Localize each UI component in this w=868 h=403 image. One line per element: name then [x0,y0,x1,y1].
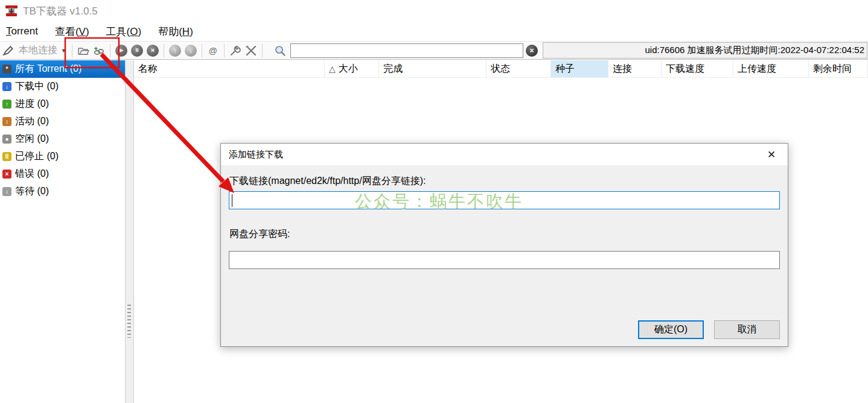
sidebar-filter-item[interactable]: ↕ 活动 (0) [0,113,125,130]
sidebar-filter-item[interactable]: II 已停止 (0) [0,148,125,165]
search-input[interactable] [290,43,523,58]
app-window: TB下载器 v1.0.5 Torrent 查看(V) 工具(O) 帮助(H) 本… [0,0,868,403]
table-column-header[interactable]: 完成 [379,60,487,77]
chevron-down-icon[interactable]: ▼ [61,48,66,54]
move-down-icon[interactable]: ↓ [185,45,197,57]
sort-ascending-icon: △ [329,64,336,74]
close-icon[interactable]: ✕ [760,146,783,163]
sidebar-filter-item[interactable]: ↓ 下载中 (0) [0,78,125,95]
table-column-header[interactable]: 种子 [551,60,608,77]
open-torrent-icon[interactable] [77,45,89,57]
text-caret [232,194,232,207]
sidebar-filter-item[interactable]: ↑ 进度 (0) [0,95,125,113]
clear-search-icon[interactable]: × [526,45,538,57]
sidebar-filter-item[interactable]: ● 空闲 (0) [0,130,125,148]
table-column-header[interactable]: 上传速度 [733,60,809,77]
search-icon [274,45,286,57]
panel-splitter[interactable] [125,60,134,403]
dialog-title: 添加链接下载 [229,149,283,160]
asterisk-icon: * [2,65,11,74]
move-up-icon[interactable]: ↑ [169,45,181,57]
download-link-label: 下载链接(magnet/ed2k/ftp/http/网盘分享链接): [229,175,426,188]
window-title: TB下载器 v1.0.5 [23,4,98,18]
connection-pen-icon[interactable] [2,45,14,57]
cancel-button[interactable]: 取消 [714,320,780,339]
sidebar-filter-item[interactable]: ↕ 等待 (0) [0,183,125,200]
menu-bar: Torrent 查看(V) 工具(O) 帮助(H) [0,22,868,41]
arrows-updown-icon: ↕ [2,187,11,196]
add-link-dialog: 添加链接下载 ✕ 下载链接(magnet/ed2k/ftp/http/网盘分享链… [220,143,788,347]
toolbar-separator [164,44,164,57]
stop-icon[interactable]: × [147,45,159,57]
toolbar-separator [262,44,263,57]
table-column-header[interactable]: 下载速度 [662,60,733,77]
start-icon[interactable]: ▶ [115,45,127,57]
dot-icon: ● [2,135,11,144]
toolbar-separator [224,44,225,57]
speed-limit-snail-icon[interactable]: @ [207,45,219,57]
sidebar-filter-item[interactable]: × 错误 (0) [0,165,125,183]
table-column-header[interactable]: △ 大小 [325,60,379,77]
toolbar-separator [202,44,202,57]
wrench-icon[interactable] [229,45,241,57]
menu-item[interactable]: 工具(O) [98,25,150,39]
toolbar-separator [72,44,72,57]
sidebar-filter-item[interactable]: * 所有 Torrent (0) [0,60,125,78]
uid-status-text: uid:76606 加速服务试用过期时间:2022-04-07:22:04:52 [645,45,864,56]
table-column-header[interactable]: 剩余时间 [809,60,868,77]
dialog-titlebar: 添加链接下载 [221,144,788,165]
table-column-header[interactable]: 连接 [608,60,662,77]
table-column-header[interactable]: 状态 [487,60,551,77]
pause-icon[interactable]: II [131,45,143,57]
cross-icon: × [2,170,11,179]
uid-status-panel: uid:76606 加速服务试用过期时间:2022-04-07:22:04:52 [543,42,867,59]
arrows-updown-icon: ↕ [2,117,11,126]
window-titlebar: TB下载器 v1.0.5 [0,0,868,22]
arrow-down-icon: ↓ [2,82,11,91]
share-password-label: 网盘分享密码: [229,228,290,241]
add-link-icon[interactable] [93,45,105,57]
pause-icon: II [2,152,11,161]
splitter-grip[interactable] [127,305,131,338]
connection-selector-label[interactable]: 本地连接 [19,44,57,57]
app-icon [5,4,18,17]
filter-sidebar: * 所有 Torrent (0) ↓ 下载中 (0) ↑ 进度 (0) ↕ 活动… [0,60,125,403]
ok-button[interactable]: 确定(O) [638,320,704,339]
torrent-table-header: 名称 △ 大小 完成 状态 种子 连接 下载速度 [134,60,868,78]
table-column-header[interactable]: 名称 [134,60,325,77]
menu-item[interactable]: 帮助(H) [150,25,202,39]
tools-settings-icon[interactable] [245,45,257,57]
menu-item[interactable]: 查看(V) [46,25,98,39]
toolbar-separator [110,44,110,57]
toolbar: 本地连接 ▼ ▶ II × ↑ ↓ @ [0,41,868,60]
share-password-input[interactable] [229,251,780,269]
arrow-up-icon: ↑ [2,100,11,109]
download-link-input[interactable] [229,191,780,209]
menu-item[interactable]: Torrent [0,25,46,37]
